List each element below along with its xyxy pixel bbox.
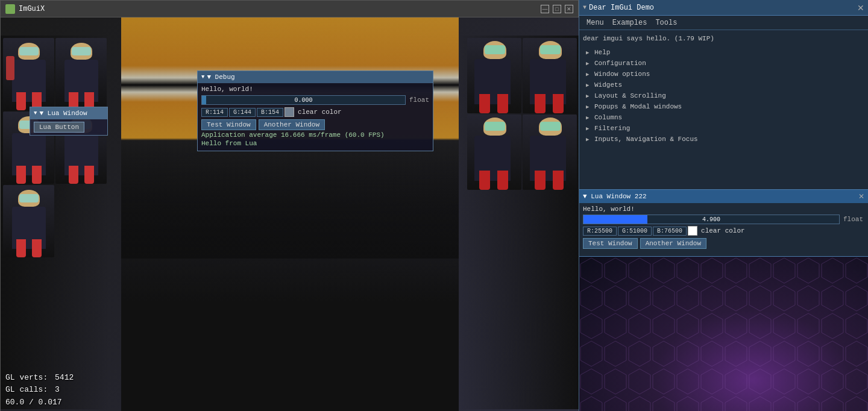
tree-label-configuration: Configuration xyxy=(594,60,646,67)
lua-222-another-window-button[interactable]: Another Window xyxy=(640,238,706,249)
title-bar: ImGuiX — □ ✕ xyxy=(1,1,578,17)
gl-fps-line: 60.0 / 0.017 xyxy=(5,397,74,409)
gl-calls-label: GL calls: xyxy=(5,385,48,394)
tree-arrow-window-options: ▶ xyxy=(586,71,592,78)
lua-222-title: ▼ Lua Window 222 xyxy=(583,193,647,200)
lua-222-color-b: B:76500 xyxy=(653,227,687,236)
close-button[interactable]: ✕ xyxy=(565,5,573,13)
debug-titlebar[interactable]: ▼ ▼ Debug xyxy=(198,71,433,83)
debug-color-r: R:114 xyxy=(201,108,228,117)
tree-label-widgets: Widgets xyxy=(594,81,622,89)
tree-item-popups[interactable]: ▶ Popups & Modal windows xyxy=(583,101,864,112)
lua-222-titlebar[interactable]: ▼ Lua Window 222 ✕ xyxy=(579,190,868,203)
lua-222-close-button[interactable]: ✕ xyxy=(858,192,864,201)
tree-item-configuration[interactable]: ▶ Configuration xyxy=(583,58,864,69)
tree-arrow-configuration: ▶ xyxy=(586,60,592,67)
tree-arrow-columns: ▶ xyxy=(586,115,592,121)
title-text: ImGuiX xyxy=(5,4,45,14)
window-controls: — □ ✕ xyxy=(541,5,573,13)
lua-window-title: ▼ Lua Window xyxy=(39,110,87,117)
lua-window-222: ▼ Lua Window 222 ✕ Hello, world! 4.900 f… xyxy=(579,189,868,257)
another-window-button[interactable]: Another Window xyxy=(259,119,325,130)
lua-window-titlebar[interactable]: ▼ ▼ Lua Window xyxy=(30,107,107,119)
tree-label-inputs: Inputs, Navigation & Focus xyxy=(594,136,698,143)
tree-item-filtering[interactable]: ▶ Filtering xyxy=(583,123,864,134)
lua-window-content: Lua Button xyxy=(30,119,107,135)
char-tile xyxy=(523,38,577,113)
debug-slider-value: 0.000 xyxy=(202,97,405,104)
minimize-button[interactable]: — xyxy=(541,5,549,13)
debug-title-text: ▼ Debug xyxy=(207,74,234,81)
lua-window: ▼ ▼ Lua Window Lua Button xyxy=(30,107,108,136)
tree-arrow-help: ▶ xyxy=(586,49,592,56)
main-window: ImGuiX — □ ✕ xyxy=(0,0,579,411)
gl-stats: GL verts: 5412 GL calls: 3 60.0 / 0.017 xyxy=(5,372,74,409)
app-title: ImGuiX xyxy=(19,5,45,13)
char-tile xyxy=(467,115,521,190)
char-tile xyxy=(3,185,54,257)
debug-hello: Hello, world! xyxy=(201,86,429,93)
debug-arrow: ▼ xyxy=(201,74,204,80)
debug-slider-row: 0.000 float xyxy=(201,95,429,105)
char-tile xyxy=(523,115,577,190)
lua-222-slider-row: 4.900 float xyxy=(583,215,864,224)
canvas-area: ▼ ▼ Lua Window Lua Button ▼ ▼ Debug Hell… xyxy=(1,17,579,411)
test-window-button[interactable]: Test Window xyxy=(201,119,256,130)
debug-color-swatch[interactable] xyxy=(285,107,294,117)
hex-grid xyxy=(579,257,868,411)
debug-color-row: R:114 G:144 B:154 clear color xyxy=(201,107,429,117)
dear-imgui-title-text: Dear ImGui Demo xyxy=(589,4,654,12)
tree-item-columns[interactable]: ▶ Columns xyxy=(583,112,864,123)
char-tile xyxy=(3,38,54,110)
char-tiles-left xyxy=(1,36,109,409)
tree-item-window-options[interactable]: ▶ Window options xyxy=(583,69,864,80)
tree-label-filtering: Filtering xyxy=(594,125,630,132)
char-tile xyxy=(55,38,107,110)
tree-arrow-inputs: ▶ xyxy=(586,136,592,143)
tree-label-columns: Columns xyxy=(594,114,622,121)
gl-verts-line: GL verts: 5412 xyxy=(5,372,74,384)
tree-label-window-options: Window options xyxy=(594,71,650,78)
lua-222-color-swatch[interactable] xyxy=(688,226,697,236)
debug-color-b: B:154 xyxy=(257,108,283,117)
debug-slider-track[interactable]: 0.000 xyxy=(201,95,406,105)
gl-calls-value: 3 xyxy=(55,385,60,394)
tree-item-inputs[interactable]: ▶ Inputs, Navigation & Focus xyxy=(583,134,864,145)
lua-222-slider-track[interactable]: 4.900 xyxy=(583,215,840,224)
lua-222-color-g: G:51000 xyxy=(618,227,652,236)
tree-arrow-layout: ▶ xyxy=(586,93,592,99)
tree-item-help[interactable]: ▶ Help xyxy=(583,47,864,58)
gl-calls-line: GL calls: 3 xyxy=(5,384,74,397)
lua-button[interactable]: Lua Button xyxy=(34,122,84,133)
panel-bottom-bg xyxy=(579,257,868,411)
menu-item-menu[interactable]: Menu xyxy=(583,18,608,28)
tree-arrow-widgets: ▶ xyxy=(586,82,592,89)
lua-222-slider-label: float xyxy=(843,216,864,223)
tree-arrow-popups: ▶ xyxy=(586,104,592,110)
tree-item-layout[interactable]: ▶ Layout & Scrolling xyxy=(583,90,864,101)
svg-rect-1 xyxy=(579,257,868,411)
dear-imgui-title: ▼ Dear ImGui Demo xyxy=(583,4,654,12)
tree-arrow-filtering: ▶ xyxy=(586,125,592,132)
char-tile xyxy=(467,38,521,113)
lua-window-arrow: ▼ xyxy=(34,110,37,116)
char-tiles-right xyxy=(459,36,579,409)
gl-verts-value: 5412 xyxy=(55,373,74,382)
dear-imgui-close-button[interactable]: ✕ xyxy=(857,3,864,13)
dear-imgui-arrow: ▼ xyxy=(583,4,587,11)
menu-item-examples[interactable]: Examples xyxy=(609,18,651,28)
tree-label-popups: Popups & Modal windows xyxy=(594,103,682,110)
app-icon xyxy=(5,4,15,14)
menu-item-tools[interactable]: Tools xyxy=(652,18,681,28)
tree-label-help: Help xyxy=(594,49,610,56)
dear-imgui-hello: dear imgui says hello. (1.79 WIP) xyxy=(583,35,864,42)
lua-222-test-window-button[interactable]: Test Window xyxy=(583,238,638,249)
dear-imgui-menu-bar: Menu Examples Tools xyxy=(579,16,868,30)
dear-imgui-panel: ▼ Dear ImGui Demo ✕ Menu Examples Tools … xyxy=(579,0,868,411)
debug-btn-row: Test Window Another Window xyxy=(201,119,429,130)
dark-overlay xyxy=(121,138,459,411)
lua-222-hello: Hello, world! xyxy=(583,206,864,213)
tree-item-widgets[interactable]: ▶ Widgets xyxy=(583,80,864,90)
debug-color-g: G:144 xyxy=(229,108,256,117)
maximize-button[interactable]: □ xyxy=(553,5,561,13)
